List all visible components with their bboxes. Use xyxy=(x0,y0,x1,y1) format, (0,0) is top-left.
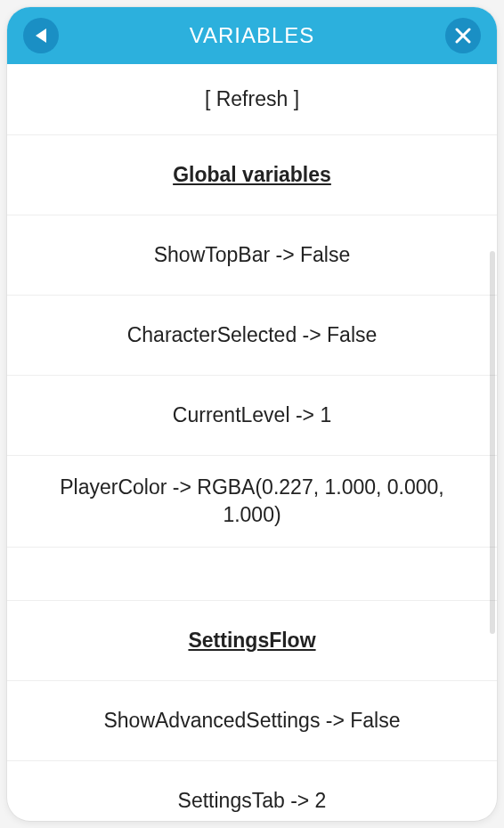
scrollbar-thumb[interactable] xyxy=(490,251,495,634)
variable-row[interactable]: CharacterSelected -> False xyxy=(7,296,497,376)
section-heading-label: SettingsFlow xyxy=(188,627,315,654)
refresh-row[interactable]: [ Refresh ] xyxy=(7,64,497,135)
svg-marker-0 xyxy=(36,28,46,43)
variable-text: SettingsTab -> 2 xyxy=(178,787,327,815)
variable-row[interactable]: PlayerColor -> RGBA(0.227, 1.000, 0.000,… xyxy=(7,456,497,548)
variables-panel: VARIABLES [ Refresh ] Global variables S… xyxy=(7,7,497,821)
variable-text: PlayerColor -> RGBA(0.227, 1.000, 0.000,… xyxy=(34,474,470,529)
variable-text: CurrentLevel -> 1 xyxy=(173,402,331,429)
variable-row[interactable]: ShowTopBar -> False xyxy=(7,215,497,296)
variable-text: ShowAdvancedSettings -> False xyxy=(103,707,400,735)
section-heading-label: Global variables xyxy=(173,161,331,189)
section-heading-settingsflow: SettingsFlow xyxy=(7,601,497,681)
panel-title: VARIABLES xyxy=(59,23,445,48)
close-button[interactable] xyxy=(445,18,481,53)
variable-row[interactable]: SettingsTab -> 2 xyxy=(7,761,497,821)
back-icon xyxy=(34,28,48,44)
variable-row[interactable]: ShowAdvancedSettings -> False xyxy=(7,681,497,761)
variable-text: CharacterSelected -> False xyxy=(127,321,378,349)
section-gap xyxy=(7,548,497,601)
variable-row[interactable]: CurrentLevel -> 1 xyxy=(7,376,497,456)
panel-content[interactable]: [ Refresh ] Global variables ShowTopBar … xyxy=(7,64,497,821)
variable-text: ShowTopBar -> False xyxy=(154,241,351,269)
refresh-label: [ Refresh ] xyxy=(205,85,299,113)
panel-header: VARIABLES xyxy=(7,7,497,64)
close-icon xyxy=(455,28,471,44)
section-heading-global: Global variables xyxy=(7,135,497,215)
back-button[interactable] xyxy=(23,18,59,53)
